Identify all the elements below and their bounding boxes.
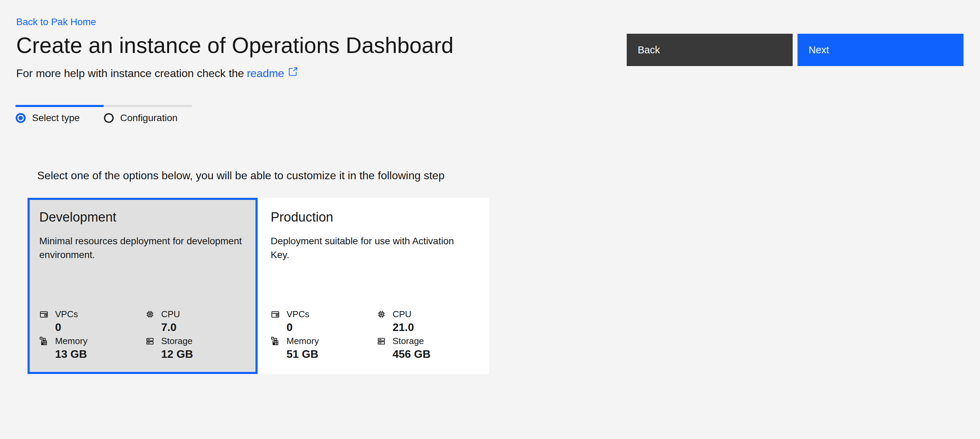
stat-value: 0 (55, 321, 145, 333)
stat-value: 51 GB (286, 348, 377, 360)
step-label: Select type (32, 113, 80, 124)
stat-label: Storage (393, 336, 424, 346)
stat-label: VPCs (55, 309, 78, 319)
back-button[interactable]: Back (627, 34, 793, 66)
radio-unchecked-icon[interactable] (103, 113, 114, 123)
stat-label: CPU (161, 309, 180, 319)
stat-storage: Storage 12 GB (145, 336, 246, 360)
storage-icon (377, 336, 386, 346)
wizard-actions: Back Next (627, 34, 964, 66)
stat-value: 13 GB (55, 348, 145, 360)
readme-link[interactable]: readme (247, 66, 285, 81)
stat-cpu: CPU 21.0 (377, 309, 477, 333)
progress-indicator: Select type Configuration (16, 105, 192, 124)
cpu-icon (377, 310, 386, 319)
card-stats: VPCs 0 (39, 309, 246, 360)
spacer (39, 262, 246, 309)
step-select-type[interactable]: Select type (16, 105, 103, 124)
stat-label: Memory (55, 336, 88, 346)
card-description: Deployment suitable for use with Activat… (270, 234, 477, 262)
subtitle-text: For more help with instance creation che… (16, 66, 244, 81)
step-configuration[interactable]: Configuration (103, 105, 192, 124)
page-subtitle: For more help with instance creation che… (16, 66, 453, 81)
cpu-icon (145, 310, 154, 319)
create-instance-page: Back to Pak Home Create an instance of O… (0, 0, 980, 439)
vpc-icon (270, 310, 280, 319)
stat-memory: Memory 51 GB (270, 336, 377, 360)
stat-value: 0 (286, 321, 377, 333)
memory-icon (270, 336, 280, 346)
step-label: Configuration (120, 113, 178, 124)
card-production[interactable]: Production Deployment suitable for use w… (259, 198, 489, 374)
card-development[interactable]: Development Minimal resources deployment… (27, 198, 258, 374)
card-stats: VPCs 0 (270, 309, 477, 360)
card-description: Minimal resources deployment for develop… (39, 234, 246, 262)
card-title: Production (270, 209, 477, 225)
stat-label: Storage (161, 336, 192, 346)
back-to-pak-home-link[interactable]: Back to Pak Home (16, 16, 96, 27)
card-title: Development (39, 209, 246, 225)
stat-value: 7.0 (161, 321, 246, 333)
instruction-text: Select one of the options below, you wil… (37, 169, 445, 182)
stat-vpcs: VPCs 0 (270, 309, 377, 333)
stat-storage: Storage 456 GB (377, 336, 477, 360)
vpc-icon (39, 310, 49, 319)
page-header: Back to Pak Home Create an instance of O… (16, 16, 453, 81)
page-title: Create an instance of Operations Dashboa… (16, 32, 453, 59)
stat-vpcs: VPCs 0 (39, 309, 145, 333)
stat-label: VPCs (286, 309, 309, 319)
stat-label: CPU (393, 309, 412, 319)
deployment-option-cards: Development Minimal resources deployment… (27, 198, 489, 374)
radio-checked-icon[interactable] (16, 113, 26, 123)
stat-value: 21.0 (393, 321, 477, 333)
stat-memory: Memory 13 GB (39, 336, 145, 360)
stat-value: 456 GB (393, 348, 477, 360)
memory-icon (39, 336, 49, 346)
storage-icon (145, 336, 154, 346)
stat-label: Memory (286, 336, 319, 346)
launch-icon[interactable] (288, 66, 298, 81)
stat-cpu: CPU 7.0 (145, 309, 246, 333)
next-button[interactable]: Next (797, 34, 964, 66)
spacer (270, 262, 477, 309)
stat-value: 12 GB (161, 348, 246, 360)
